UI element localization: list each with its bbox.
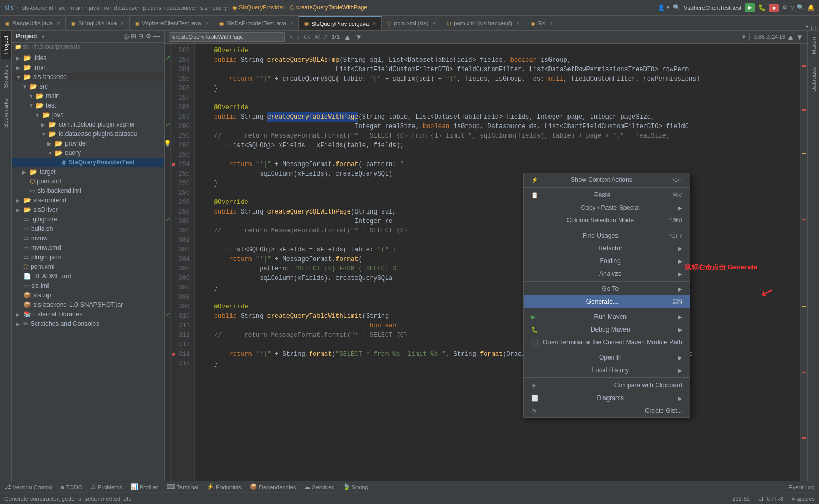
tree-item-slsdriver[interactable]: ▶ 📂 slsDriver: [12, 205, 164, 215]
tree-item-slsqueryprovidertest[interactable]: ◉ SlsQueryProviderTest: [12, 158, 164, 167]
filter-button[interactable]: ▼: [741, 34, 747, 40]
tree-item-sls-backend-iml[interactable]: ▭ sls-backend.iml: [12, 186, 164, 196]
dependencies-tab[interactable]: 📦 Dependencies: [250, 483, 296, 490]
todo-tab[interactable]: ≡ TODO: [61, 484, 82, 490]
tree-item-java[interactable]: ▼ 📂 java: [12, 110, 164, 120]
settings-sidebar-button[interactable]: ⚙: [146, 33, 151, 40]
search-button[interactable]: 🔍: [797, 4, 804, 11]
tree-item-com-fit2cloud[interactable]: ▶ 📂 com.fit2cloud.plugin.vspher: [12, 120, 164, 129]
tree-item-io-dataease[interactable]: ▼ 📂 io.dataease.plugins.datasou: [12, 129, 164, 139]
search-close-button[interactable]: ×: [289, 33, 293, 41]
tab-close[interactable]: ×: [516, 21, 519, 26]
tree-item-sls-backend[interactable]: ▼ 📂 sls-backend: [12, 72, 164, 82]
tab-close[interactable]: ×: [432, 21, 436, 26]
problems-tab[interactable]: ⚠ Problems: [91, 483, 122, 490]
tree-item-mvn[interactable]: ▶ 📂 .mvn: [12, 63, 164, 72]
tab-sls[interactable]: ◉ Sls ×: [525, 16, 558, 30]
tree-item-pom-xml[interactable]: ⬡ pom.xml: [12, 177, 164, 186]
ctx-column-selection[interactable]: Column Selection Mode ⇧⌘8: [524, 214, 690, 227]
tab-close[interactable]: ×: [121, 21, 124, 26]
encoding-info[interactable]: LF UTF-8: [758, 496, 783, 502]
ctx-debug-maven[interactable]: 🐛 Debug Maven ▶: [524, 323, 690, 336]
debug-button[interactable]: 🐛: [758, 4, 766, 11]
ctx-local-history[interactable]: Local History ▶: [524, 364, 690, 376]
ctx-show-context-actions[interactable]: ⚡ Show Context Actions ⌥↩: [524, 173, 690, 186]
profiler-tab[interactable]: 📊 Profiler: [131, 483, 158, 490]
tree-item-provider[interactable]: ▶ 📂 provider: [12, 139, 164, 148]
tab-stringutils[interactable]: ◉ StringUtils.java ×: [66, 16, 130, 30]
regex-btn[interactable]: .*: [324, 34, 327, 40]
maven-panel-tab[interactable]: Maven: [810, 33, 818, 59]
search-everywhere-button[interactable]: 🔍: [673, 4, 680, 11]
help-button[interactable]: ?: [791, 5, 794, 11]
tree-item-mvnw[interactable]: ▭ mvnw: [12, 234, 164, 243]
spring-tab[interactable]: 🍃 Spring: [343, 483, 369, 490]
tree-item-sls-zip[interactable]: 📦 sls.zip: [12, 290, 164, 300]
warnings-down[interactable]: ▼: [796, 33, 803, 41]
endpoints-tab[interactable]: ⚡ Endpoints: [207, 483, 242, 490]
ctx-compare-clipboard[interactable]: ⊞ Compare with Clipboard: [524, 379, 690, 392]
left-tab-project[interactable]: Project: [1, 31, 11, 59]
tab-rangeutils[interactable]: ◉ RangeUtils.java ×: [0, 16, 66, 30]
search-input[interactable]: [169, 32, 285, 42]
tree-item-readme[interactable]: 📄 README.md: [12, 272, 164, 281]
ctx-open-in[interactable]: Open In ▶: [524, 351, 690, 364]
ctx-create-gist[interactable]: ◎ Create Gist...: [524, 404, 690, 417]
database-panel-tab[interactable]: Database: [810, 63, 818, 96]
ctx-open-terminal[interactable]: ⬛ Open Terminal at the Current Maven Mod…: [524, 336, 690, 348]
tab-slsdsprovidertest[interactable]: ◉ SlsDsProviderTest.java ×: [214, 16, 299, 30]
settings-button[interactable]: ⚙: [782, 4, 787, 11]
word-match-btn[interactable]: W: [315, 34, 320, 40]
tree-item-gitignore[interactable]: ▭ .gitignore: [12, 215, 164, 224]
ctx-paste[interactable]: 📋 Paste ⌘V: [524, 189, 690, 201]
tab-close[interactable]: ×: [550, 21, 553, 26]
warnings-up[interactable]: ▲: [787, 33, 794, 41]
version-control-tab[interactable]: ⎇ Version Control: [4, 483, 52, 490]
tab-vsphereclienttest[interactable]: ◉ VsphereClientTest.java ×: [130, 16, 214, 30]
scroll-gutter[interactable]: [800, 44, 807, 481]
ctx-refactor[interactable]: Refactor ▶: [524, 242, 690, 255]
tree-item-target[interactable]: ▶ 📂 target: [12, 167, 164, 177]
ctx-generate[interactable]: Generate... ⌘N: [524, 295, 690, 308]
tree-item-buildsh[interactable]: ▭ build.sh: [12, 224, 164, 234]
tab-pom-sls-backend[interactable]: ⬡ pom.xml (sls-backend) ×: [441, 16, 525, 30]
left-tab-structure[interactable]: Structure: [1, 59, 11, 93]
tree-item-jar[interactable]: 📦 sls-backend-1.0-SNAPSHOT.jar: [12, 300, 164, 309]
ctx-analyze[interactable]: Analyze ▶: [524, 267, 690, 280]
ctx-find-usages[interactable]: Find Usages ⌥F7: [524, 229, 690, 242]
run-button[interactable]: ▶: [745, 3, 755, 12]
next-match-button[interactable]: ▼: [355, 33, 362, 41]
tree-item-src[interactable]: ▼ 📂 src: [12, 82, 164, 91]
tree-item-query[interactable]: ▼ 📂 query: [12, 148, 164, 158]
vcs-button[interactable]: 👤 ▾: [658, 4, 670, 11]
tree-item-scratches[interactable]: ▶ ✏ Scratches and Consoles: [12, 319, 164, 328]
close-sidebar-button[interactable]: —: [153, 33, 160, 40]
tree-item-main[interactable]: ▼ 📂 main: [12, 91, 164, 101]
tab-close[interactable]: ×: [206, 21, 209, 26]
ctx-folding[interactable]: Folding ▶: [524, 255, 690, 267]
case-sensitive-btn[interactable]: Cc: [304, 34, 311, 40]
cursor-position[interactable]: 292:52: [732, 496, 750, 502]
ctx-diagrams[interactable]: ⬜ Diagrams ▶: [524, 392, 690, 404]
expand-all-button[interactable]: ⊞: [131, 33, 136, 40]
indent-info[interactable]: 4 spaces: [792, 496, 815, 502]
tree-item-plugin-json[interactable]: ▭ plugin.json: [12, 253, 164, 262]
left-tab-bookmarks[interactable]: Bookmarks: [1, 93, 11, 133]
split-editor-button[interactable]: ⬚: [811, 23, 816, 30]
tab-list-button[interactable]: ▾: [806, 24, 808, 30]
collapse-all-button[interactable]: ⊟: [138, 33, 143, 40]
tab-close[interactable]: ×: [373, 21, 376, 26]
tree-item-external-libraries[interactable]: ▶ 📚 External Libraries: [12, 309, 164, 319]
ctx-copy-paste-special[interactable]: Copy / Paste Special ▶: [524, 201, 690, 214]
ctx-go-to[interactable]: Go To ▶: [524, 283, 690, 295]
tree-item-idea[interactable]: ▶ 📂 .idea: [12, 53, 164, 63]
tree-item-mvnw-cmd[interactable]: ▭ mvnw.cmd: [12, 243, 164, 253]
ctx-run-maven[interactable]: ▶ Run Maven ▶: [524, 311, 690, 323]
event-log-btn[interactable]: Event Log: [788, 484, 815, 490]
replace-toggle-button[interactable]: ↕: [297, 34, 300, 40]
prev-match-button[interactable]: ▲: [344, 33, 351, 41]
tab-pom-sls[interactable]: ⬡ pom.xml (sls) ×: [382, 16, 441, 30]
services-tab[interactable]: ☁ Services: [304, 483, 334, 490]
tab-close[interactable]: ×: [57, 21, 60, 26]
tree-item-pom-root[interactable]: ⬡ pom.xml: [12, 262, 164, 272]
